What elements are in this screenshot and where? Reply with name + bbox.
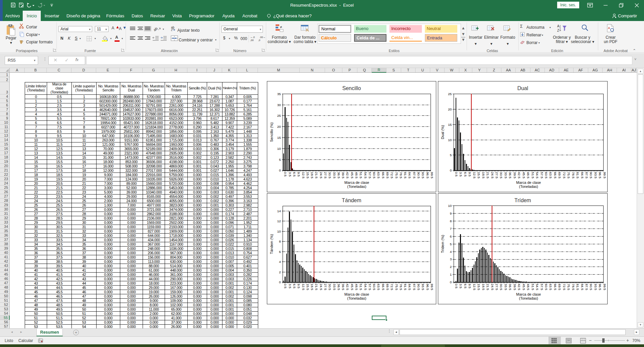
svg-text:1: 1 [450,273,452,276]
svg-text:30.5: 30.5 [328,284,332,290]
svg-text:39.5: 39.5 [341,284,345,290]
svg-text:10: 10 [448,138,452,141]
svg-text:36.5: 36.5 [337,172,341,179]
svg-text:99.5: 99.5 [430,172,434,179]
svg-text:45.5: 45.5 [522,172,525,179]
svg-text:Dual (%): Dual (%) [441,125,445,139]
svg-text:54.5: 54.5 [535,172,539,179]
svg-text:10: 10 [277,229,281,233]
svg-text:66.5: 66.5 [381,284,385,290]
svg-text:45.5: 45.5 [522,284,525,290]
svg-text:(Toneladas): (Toneladas) [347,296,366,300]
svg-text:9.5: 9.5 [468,284,472,288]
svg-text:63.5: 63.5 [549,284,552,290]
svg-text:24.5: 24.5 [319,172,323,179]
svg-text:90.5: 90.5 [589,284,593,290]
svg-text:51.5: 51.5 [359,284,363,290]
svg-text:87.5: 87.5 [585,172,588,179]
svg-text:66.5: 66.5 [381,172,385,179]
svg-text:90.5: 90.5 [589,172,593,179]
svg-text:12.5: 12.5 [302,172,305,179]
svg-text:21.5: 21.5 [315,284,318,290]
svg-text:5: 5 [450,153,452,157]
svg-text:Tándem: Tándem [342,197,361,203]
svg-text:87.5: 87.5 [413,172,416,179]
svg-text:57.5: 57.5 [368,172,372,179]
svg-text:48.5: 48.5 [355,172,358,179]
svg-text:6.5: 6.5 [463,284,467,288]
svg-text:57.5: 57.5 [540,284,543,290]
svg-text:21.5: 21.5 [486,172,490,179]
svg-text:36.5: 36.5 [508,284,512,290]
svg-text:(Toneladas): (Toneladas) [519,184,538,188]
svg-text:3.5: 3.5 [459,172,463,177]
svg-text:9.5: 9.5 [468,172,472,177]
svg-text:0.5: 0.5 [284,172,287,177]
svg-text:0: 0 [450,280,452,284]
svg-text:75.5: 75.5 [395,172,398,179]
svg-text:33.5: 33.5 [504,172,507,179]
svg-text:60.5: 60.5 [372,172,376,179]
svg-text:6.5: 6.5 [293,284,296,288]
svg-text:75.5: 75.5 [567,172,571,179]
svg-text:9.5: 9.5 [297,284,301,288]
svg-text:27.5: 27.5 [495,284,499,290]
svg-text:18.5: 18.5 [481,284,485,290]
svg-text:14: 14 [277,209,281,213]
svg-text:c: c [171,29,172,31]
svg-text:A: A [557,24,559,28]
svg-text:9: 9 [450,211,452,215]
svg-text:4: 4 [279,260,281,264]
svg-text:42.5: 42.5 [346,172,349,179]
svg-text:30.5: 30.5 [499,284,503,290]
svg-text:63.5: 63.5 [377,284,380,290]
svg-text:25: 25 [448,92,452,95]
svg-text:90.5: 90.5 [417,284,421,290]
svg-text:18.5: 18.5 [310,284,314,290]
svg-text:Dual: Dual [517,85,528,91]
svg-text:25: 25 [277,114,281,117]
svg-text:54.5: 54.5 [364,172,367,179]
svg-text:51.5: 51.5 [531,284,534,290]
svg-text:66.5: 66.5 [553,172,557,179]
svg-text:39.5: 39.5 [341,172,345,179]
svg-text:81.5: 81.5 [576,172,580,179]
svg-text:57.5: 57.5 [368,284,372,290]
svg-text:Trídem: Trídem [514,197,531,203]
svg-text:≠: ≠ [280,25,282,29]
svg-text:96.5: 96.5 [598,172,602,179]
svg-text:3.5: 3.5 [288,172,292,177]
svg-text:72.5: 72.5 [390,172,394,179]
svg-text:0.5: 0.5 [284,284,287,288]
svg-text:81.5: 81.5 [404,172,407,179]
svg-text:0.5: 0.5 [454,284,458,288]
svg-text:8: 8 [450,219,452,223]
svg-text:A: A [608,26,610,30]
svg-text:60.5: 60.5 [544,284,548,290]
svg-text:12: 12 [277,219,281,223]
svg-text:93.5: 93.5 [594,284,597,290]
svg-text:Sencillo: Sencillo [342,85,361,91]
svg-text:48.5: 48.5 [355,284,358,290]
svg-text:78.5: 78.5 [399,172,403,179]
svg-text:39.5: 39.5 [513,284,516,290]
svg-text:72.5: 72.5 [562,172,566,179]
svg-text:Marca de clase: Marca de clase [344,292,369,296]
svg-text:18.5: 18.5 [310,172,314,179]
svg-text:96.5: 96.5 [426,172,430,179]
svg-text:33.5: 33.5 [333,172,336,179]
svg-text:84.5: 84.5 [408,284,412,290]
svg-text:24.5: 24.5 [490,284,494,290]
svg-text:0: 0 [450,168,452,172]
svg-text:90.5: 90.5 [417,172,421,179]
svg-text:20: 20 [277,125,281,128]
svg-text:18.5: 18.5 [481,172,485,179]
svg-text:7: 7 [450,227,452,230]
svg-text:36.5: 36.5 [337,284,341,290]
svg-text:Marca de clase: Marca de clase [344,180,369,184]
svg-text:81.5: 81.5 [404,284,407,290]
svg-text:4: 4 [450,250,452,253]
svg-text:35: 35 [277,92,281,95]
svg-text:45.5: 45.5 [350,284,354,290]
svg-text:75.5: 75.5 [567,284,571,290]
